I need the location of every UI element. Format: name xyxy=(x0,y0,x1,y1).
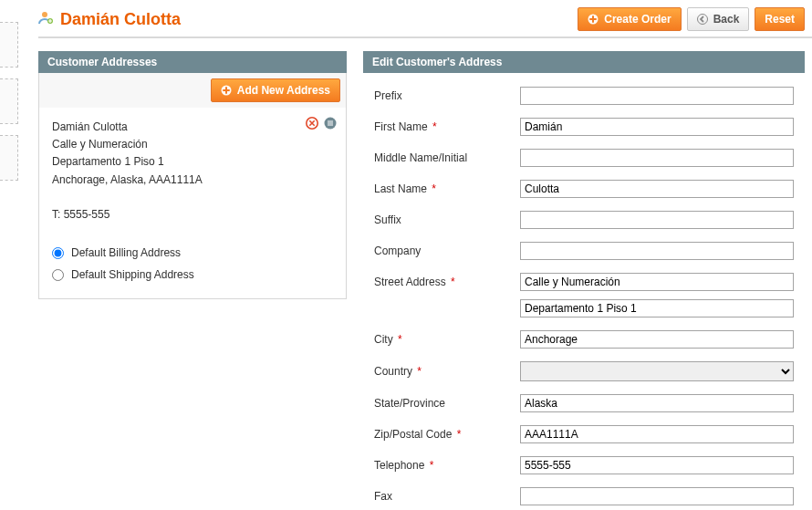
input-telephone[interactable] xyxy=(520,456,794,474)
label-fax: Fax xyxy=(374,490,520,503)
input-street-1[interactable] xyxy=(520,273,794,291)
page-header: Damián Culotta Create Order Back Reset xyxy=(38,7,812,36)
form-body: Prefix First Name * Middle Name/Initial … xyxy=(363,73,805,510)
address-city-state-zip: Anchorage, Alaska, AAA1111A xyxy=(52,172,333,189)
delete-icon[interactable] xyxy=(306,117,318,130)
input-prefix[interactable] xyxy=(520,87,794,105)
svg-point-3 xyxy=(697,15,707,25)
input-last-name[interactable] xyxy=(520,180,794,198)
page-title: Damián Culotta xyxy=(60,10,181,29)
address-line2: Departamento 1 Piso 1 xyxy=(52,153,333,171)
label-prefix: Prefix xyxy=(374,89,520,102)
customer-icon xyxy=(38,10,55,29)
label-street: Street Address * xyxy=(374,276,520,288)
label-last-name: Last Name * xyxy=(374,182,520,195)
input-city[interactable] xyxy=(520,330,794,349)
input-first-name[interactable] xyxy=(520,118,794,136)
address-card: Damián Culotta Calle y Numeración Depart… xyxy=(39,108,346,298)
header-actions: Create Order Back Reset xyxy=(578,7,812,31)
default-billing-radio[interactable] xyxy=(52,247,64,259)
plus-icon xyxy=(221,85,232,96)
create-order-button[interactable]: Create Order xyxy=(578,7,681,31)
default-shipping-radio[interactable] xyxy=(52,269,64,281)
address-phone: T: 5555-555 xyxy=(52,206,333,224)
back-button[interactable]: Back xyxy=(687,7,750,31)
label-first-name: First Name * xyxy=(374,120,520,133)
label-suffix: Suffix xyxy=(374,213,520,226)
input-suffix[interactable] xyxy=(520,211,794,229)
back-label: Back xyxy=(713,11,740,27)
reset-button[interactable]: Reset xyxy=(755,7,805,31)
edit-icon[interactable] xyxy=(324,117,337,130)
back-icon xyxy=(697,14,708,25)
add-new-address-label: Add New Address xyxy=(237,82,330,99)
svg-point-0 xyxy=(42,12,47,17)
input-company[interactable] xyxy=(520,242,794,260)
reset-label: Reset xyxy=(765,11,795,27)
addresses-panel-body: Add New Address Damián Culotta Calle y N… xyxy=(38,73,347,299)
input-state[interactable] xyxy=(520,394,794,412)
input-zip[interactable] xyxy=(520,425,794,443)
input-fax[interactable] xyxy=(520,487,794,505)
default-shipping-label: Default Shipping Address xyxy=(71,266,194,284)
create-order-label: Create Order xyxy=(604,11,671,27)
side-tabs xyxy=(0,0,22,510)
select-country[interactable] xyxy=(520,361,794,381)
side-tab-stub[interactable] xyxy=(0,22,18,68)
label-city: City * xyxy=(374,333,520,346)
default-billing-label: Default Billing Address xyxy=(71,245,181,262)
side-tab-stub[interactable] xyxy=(0,135,18,181)
label-state: State/Province xyxy=(374,397,520,410)
label-zip: Zip/Postal Code * xyxy=(374,428,520,441)
addresses-panel-header: Customer Addresses xyxy=(38,51,347,73)
plus-icon xyxy=(588,14,599,25)
add-new-address-button[interactable]: Add New Address xyxy=(211,78,340,102)
input-middle-name[interactable] xyxy=(520,149,794,167)
address-name: Damián Culotta xyxy=(52,119,333,136)
form-panel-header: Edit Customer's Address xyxy=(363,51,805,73)
divider xyxy=(38,36,812,38)
label-telephone: Telephone * xyxy=(374,459,520,472)
label-middle-name: Middle Name/Initial xyxy=(374,151,520,164)
input-street-2[interactable] xyxy=(520,299,794,317)
address-line1: Calle y Numeración xyxy=(52,136,333,153)
label-country: Country * xyxy=(374,365,520,378)
label-company: Company xyxy=(374,245,520,257)
side-tab-stub[interactable] xyxy=(0,78,18,124)
